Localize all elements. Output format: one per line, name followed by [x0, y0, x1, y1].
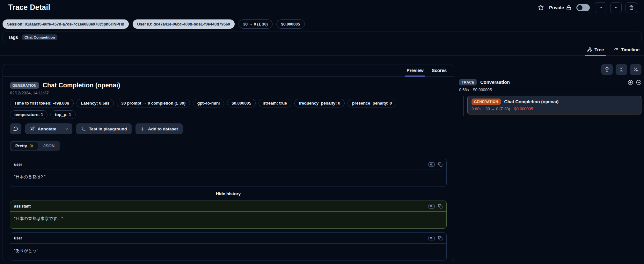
observation-cost: $0.000005 [514, 107, 533, 111]
lock-icon [566, 5, 571, 10]
session-badge[interactable]: Session: 01aaacf6-e0fe-457d-a7de-7c1ee08… [3, 19, 129, 29]
metric-latency: Latency: 0.68s [77, 99, 114, 107]
trace-metrics: 0.68s $0.000005 [459, 88, 641, 92]
messages-list: user M↓ "日本の首都は? " Hide history [10, 159, 447, 260]
copy-icon [438, 236, 443, 240]
tree-connector-line [463, 96, 464, 116]
pretty-label: Pretty [15, 143, 27, 148]
expand-all-icon[interactable] [628, 80, 633, 85]
markdown-toggle-icon[interactable]: M↓ [428, 162, 435, 167]
tags-container: Tags Chat Competition [3, 32, 641, 43]
message-role: user [14, 162, 22, 167]
collapse-all-icon[interactable] [636, 80, 641, 85]
observation-name: Chat Completion (openai) [504, 99, 559, 104]
delete-trace-button[interactable] [626, 2, 637, 13]
message-user-1: user M↓ "日本の首都は? " [10, 159, 447, 187]
tab-timeline[interactable]: Timeline [613, 44, 640, 55]
chevron-down-icon [614, 5, 618, 10]
observation-title: Chat Completion (openai) [43, 82, 120, 89]
annotate-split-button: Annotate [25, 123, 72, 134]
page-title: Trace Detail [8, 3, 50, 12]
previous-trace-button[interactable] [595, 2, 606, 13]
test-in-playground-label: Test in playground [89, 127, 127, 131]
generation-type-badge: GENERATION [10, 82, 39, 89]
main-content: Preview Scores GENERATION Chat Completio… [0, 64, 644, 261]
hide-history-button[interactable]: Hide history [10, 191, 447, 197]
metric-time-to-first-token: Time to first token: -498.00s [10, 99, 74, 107]
copy-button[interactable] [438, 162, 443, 167]
add-to-dataset-button[interactable]: Add to dataset [135, 123, 183, 134]
public-sharing-toggle[interactable] [576, 4, 590, 11]
message-role: assistant [14, 204, 31, 209]
observation-panel: Preview Scores GENERATION Chat Completio… [3, 64, 454, 261]
message-content: "日本の首都は? " [10, 170, 446, 187]
page-header: Trace Detail Private [0, 0, 644, 15]
comment-bubble-icon [13, 126, 18, 131]
bookmark-star-button[interactable] [537, 3, 545, 12]
plus-icon [140, 127, 145, 131]
trace-tree-panel: TRACE Conversation 0.68s $0.000005 GENER… [459, 64, 641, 114]
copy-icon [438, 162, 443, 167]
copy-icon [438, 204, 443, 209]
chevrons-collapse-icon [619, 67, 624, 72]
message-user-2: user M↓ "ありがとう" [10, 232, 447, 260]
trace-detail-page: Trace Detail Private Session: 01aaacf6-e… [0, 0, 644, 264]
observation-latency: 0.68s [472, 107, 481, 111]
tab-scores[interactable]: Scores [432, 64, 447, 76]
annotate-button[interactable]: Annotate [25, 123, 61, 134]
metric-temperature: temperature: 1 [10, 110, 48, 119]
message-role: user [14, 236, 22, 240]
observation-timestamp: 02/12/2024, 14:11:37 [10, 91, 447, 95]
toggle-metrics-button[interactable] [630, 64, 641, 75]
privacy-label: Private [549, 5, 564, 10]
timeline-list-icon [613, 47, 618, 52]
total-cost-badge: $0.000005 [276, 19, 305, 29]
metric-badges: Time to first token: -498.00s Latency: 0… [10, 99, 434, 119]
user-id-badge[interactable]: User ID: dc47a41e-06bc-400d-bde1-f0e440d… [133, 19, 235, 29]
chevron-up-icon [598, 5, 603, 10]
copy-button[interactable] [438, 236, 443, 240]
tab-tree[interactable]: Tree [587, 44, 604, 55]
metric-frequency-penalty: frequency_penalty: 0 [294, 99, 345, 107]
action-buttons-row: Annotate Test in playground Add to datas… [10, 123, 447, 134]
metric-presence-penalty: presence_penalty: 0 [348, 99, 396, 107]
pretty-toggle[interactable]: Pretty ✨ [11, 142, 38, 150]
collapse-all-button[interactable] [616, 64, 627, 75]
tree-item-generation[interactable]: GENERATION Chat Completion (openai) 0.68… [467, 96, 641, 114]
trace-type-badge: TRACE [459, 79, 477, 85]
metric-cost: $0.000005 [227, 99, 255, 107]
tag-chat-competition[interactable]: Chat Competition [22, 34, 58, 40]
trace-root-row[interactable]: TRACE Conversation [459, 79, 641, 85]
tree-network-icon [587, 47, 592, 52]
trace-latency: 0.68s [459, 88, 469, 92]
trash-icon [629, 5, 634, 10]
view-tab-bar: Tree Timeline [0, 44, 644, 56]
add-to-dataset-label: Add to dataset [148, 127, 178, 131]
json-toggle[interactable]: JSON [39, 142, 59, 150]
metric-model[interactable]: gpt-4o-mini [193, 99, 224, 107]
award-icon [604, 67, 610, 72]
generation-type-badge: GENERATION [472, 99, 501, 105]
percent-icon [633, 67, 638, 72]
format-toggle: Pretty ✨ JSON [10, 141, 60, 151]
toggle-scores-button[interactable] [601, 64, 613, 75]
tab-preview[interactable]: Preview [406, 64, 423, 76]
annotate-dropdown-button[interactable] [61, 123, 72, 134]
tab-timeline-label: Timeline [621, 47, 640, 52]
copy-button[interactable] [438, 204, 443, 209]
metric-top-p: top_p: 1 [50, 110, 76, 119]
message-content: "ありがとう" [10, 244, 446, 260]
star-icon [538, 4, 544, 11]
tags-label: Tags [8, 35, 18, 40]
message-assistant: assistant M↓ "日本の首都は東京です。" [10, 201, 447, 229]
observation-tokens: 30 → 0 (Σ 30) [486, 107, 510, 111]
comments-button[interactable] [10, 123, 21, 134]
preview-tab-bar: Preview Scores [3, 64, 454, 77]
trace-badges-row: Session: 01aaacf6-e0fe-457d-a7de-7c1ee08… [3, 19, 641, 29]
sparkles-icon: ✨ [29, 144, 34, 148]
next-trace-button[interactable] [610, 2, 622, 13]
trace-name: Conversation [480, 80, 510, 85]
test-in-playground-button[interactable]: Test in playground [76, 123, 132, 134]
markdown-toggle-icon[interactable]: M↓ [428, 204, 435, 209]
markdown-toggle-icon[interactable]: M↓ [428, 236, 435, 240]
